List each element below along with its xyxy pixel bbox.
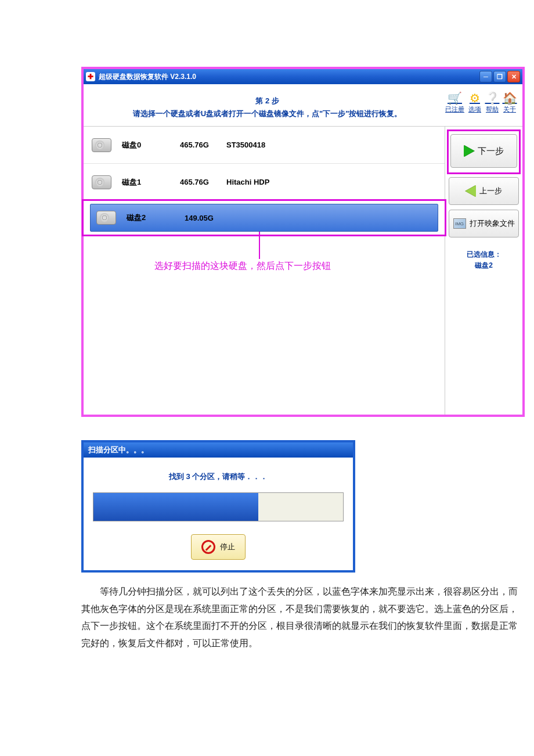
progress-message: 找到 3 个分区，请稍等．．． xyxy=(93,471,344,482)
open-image-button[interactable]: IMG 打开映象文件 xyxy=(449,210,519,237)
window-title: 超级硬盘数据恢复软件 V2.3.1.0 xyxy=(99,72,479,82)
stop-button[interactable]: 停止 xyxy=(191,534,246,560)
registered-link[interactable]: 🛒 已注册 xyxy=(445,91,464,114)
progress-fill xyxy=(93,493,258,521)
open-image-label: 打开映象文件 xyxy=(470,218,515,229)
registered-label: 已注册 xyxy=(445,105,464,114)
disk-size: 465.76G xyxy=(180,178,226,186)
help-link[interactable]: ❔ 帮助 xyxy=(485,91,499,114)
prev-button[interactable]: 上一步 xyxy=(449,177,519,205)
stop-icon xyxy=(201,540,215,554)
selected-info-label: 已选信息： xyxy=(449,249,519,260)
disk-icon xyxy=(96,211,116,225)
selected-info: 已选信息： 磁盘2 xyxy=(449,249,519,271)
stop-label: 停止 xyxy=(220,542,235,552)
disk-size: 465.76G xyxy=(180,141,226,149)
cart-icon: 🛒 xyxy=(448,91,462,105)
image-file-icon: IMG xyxy=(453,218,466,229)
disk-icon xyxy=(92,138,111,152)
disk-name: 磁盘2 xyxy=(127,213,185,223)
close-button[interactable]: ✕ xyxy=(507,71,520,82)
app-window: ✚ 超级硬盘数据恢复软件 V2.3.1.0 ─ ❐ ✕ 第 2 步 请选择一个硬… xyxy=(81,67,525,417)
progress-bar xyxy=(93,492,344,521)
side-panel: 下一步 上一步 IMG 打开映象文件 已选信息： 磁盘2 xyxy=(445,127,522,415)
disk-model: Hitachi HDP xyxy=(226,178,269,186)
step-instruction: 请选择一个硬盘或者U盘或者打开一个磁盘镜像文件，点"下一步"按钮进行恢复。 xyxy=(89,107,445,120)
about-link[interactable]: 🏠 关于 xyxy=(503,91,517,114)
disk-row-selected[interactable]: 磁盘2 149.05G xyxy=(82,199,446,236)
disk-size: 149.05G xyxy=(185,214,231,222)
annotation-text: 选好要扫描的这块硬盘，然后点下一步按钮 xyxy=(154,260,331,272)
options-label: 选项 xyxy=(468,105,481,114)
help-label: 帮助 xyxy=(486,105,499,114)
next-label: 下一步 xyxy=(478,146,504,157)
app-icon: ✚ xyxy=(86,72,95,81)
step-info: 第 2 步 请选择一个硬盘或者U盘或者打开一个磁盘镜像文件，点"下一步"按钮进行… xyxy=(89,91,445,120)
titlebar[interactable]: ✚ 超级硬盘数据恢复软件 V2.3.1.0 ─ ❐ ✕ xyxy=(84,69,522,84)
minimize-button[interactable]: ─ xyxy=(479,71,492,82)
arrow-left-icon xyxy=(466,185,476,197)
home-icon: 🏠 xyxy=(503,91,517,105)
about-label: 关于 xyxy=(503,105,516,114)
prev-label: 上一步 xyxy=(479,186,502,196)
options-link[interactable]: ⚙ 选项 xyxy=(468,91,482,114)
progress-title: 扫描分区中。。。 xyxy=(84,442,353,458)
arrow-right-icon xyxy=(464,145,474,157)
disk-list: 磁盘0 465.76G ST3500418 磁盘1 465.76G Hitach… xyxy=(84,127,445,415)
progress-dialog: 扫描分区中。。。 找到 3 个分区，请稍等．．． 停止 xyxy=(81,440,355,573)
selected-info-value: 磁盘2 xyxy=(449,260,519,271)
next-button[interactable]: 下一步 xyxy=(450,134,517,168)
disk-name: 磁盘1 xyxy=(122,177,180,188)
disk-row[interactable]: 磁盘1 465.76G Hitachi HDP xyxy=(84,164,445,201)
gear-icon: ⚙ xyxy=(468,91,482,105)
annotation-zone: 选好要扫描的这块硬盘，然后点下一步按钮 xyxy=(84,235,445,415)
disk-name: 磁盘0 xyxy=(122,140,180,150)
disk-model: ST3500418 xyxy=(226,141,265,149)
description-paragraph: 等待几分钟扫描分区，就可以列出了这个丢失的分区，以蓝色字体来加亮显示出来，很容易… xyxy=(81,583,522,651)
step-number: 第 2 步 xyxy=(89,95,445,107)
disk-row[interactable]: 磁盘0 465.76G ST3500418 xyxy=(84,127,445,164)
maximize-button[interactable]: ❐ xyxy=(493,71,506,82)
disk-icon xyxy=(92,175,111,189)
help-icon: ❔ xyxy=(485,91,499,105)
